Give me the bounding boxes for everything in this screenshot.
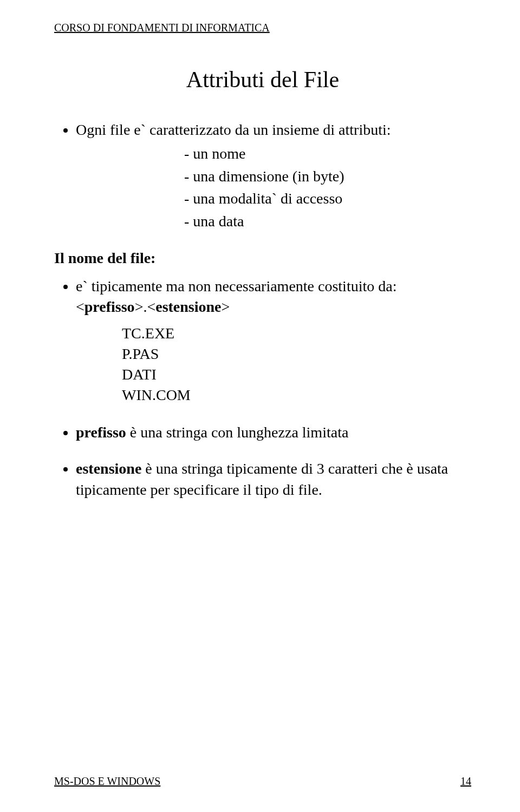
filename-heading: Il nome del file:	[54, 248, 471, 269]
filename-desc: e` tipicamente ma non necessariamente co…	[76, 278, 396, 294]
footer-page-number: 14	[460, 775, 471, 788]
header-text: CORSO DI FONDAMENTI DI INFORMATICA	[54, 22, 471, 34]
page-title: Attributi del File	[54, 67, 471, 93]
filename-syntax: <prefisso>.<estensione>	[76, 298, 230, 315]
syntax-mid: >.<	[135, 298, 156, 315]
syntax-close: >	[222, 298, 230, 315]
note-extension: estensione è una stringa tipicamente di …	[76, 458, 471, 500]
body: Ogni file e` caratterizzato da un insiem…	[54, 120, 471, 500]
attributes-list: Ogni file e` caratterizzato da un insiem…	[54, 120, 471, 232]
intro-item: Ogni file e` caratterizzato da un insiem…	[76, 120, 471, 232]
footer: MS-DOS E WINDOWS 14	[54, 775, 471, 788]
syntax-prefix: prefisso	[84, 298, 135, 315]
filename-item: e` tipicamente ma non necessariamente co…	[76, 276, 471, 405]
note-ext-bold: estensione	[76, 460, 141, 477]
example-4: WIN.COM	[122, 385, 471, 405]
note-prefix-rest: è una stringa con lunghezza limitata	[126, 424, 349, 441]
examples: TC.EXE P.PAS DATI WIN.COM	[76, 323, 471, 405]
example-2: P.PAS	[122, 344, 471, 364]
attr-1: - un nome	[184, 143, 471, 164]
attributes-sublist: - un nome - una dimensione (in byte) - u…	[76, 143, 471, 232]
attr-4: - una data	[184, 211, 471, 232]
example-3: DATI	[122, 364, 471, 385]
filename-list: e` tipicamente ma non necessariamente co…	[54, 276, 471, 405]
note-prefix-bold: prefisso	[76, 424, 126, 441]
attr-2: - una dimensione (in byte)	[184, 166, 471, 187]
attr-3: - una modalita` di accesso	[184, 188, 471, 209]
syntax-ext: estensione	[155, 298, 221, 315]
notes-list: prefisso è una stringa con lunghezza lim…	[54, 422, 471, 501]
page: CORSO DI FONDAMENTI DI INFORMATICA Attri…	[0, 0, 520, 812]
syntax-open: <	[76, 298, 84, 315]
example-1: TC.EXE	[122, 323, 471, 344]
intro-text: Ogni file e` caratterizzato da un insiem…	[76, 121, 391, 138]
note-prefix: prefisso è una stringa con lunghezza lim…	[76, 422, 471, 443]
footer-left: MS-DOS E WINDOWS	[54, 775, 160, 787]
